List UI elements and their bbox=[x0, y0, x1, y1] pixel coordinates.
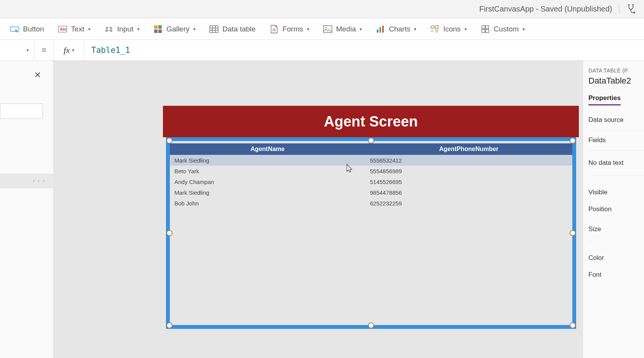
svg-rect-9 bbox=[158, 25, 162, 29]
tree-item-selected[interactable]: · · · bbox=[0, 174, 54, 188]
cell-agentname: Mark Siedling bbox=[173, 189, 368, 196]
insert-datatable[interactable]: Data table bbox=[202, 21, 263, 37]
app-title: FirstCanvasApp - Saved (Unpublished) bbox=[479, 5, 619, 13]
chevron-down-icon: ▾ bbox=[522, 26, 525, 32]
insert-forms[interactable]: Forms ▾ bbox=[263, 21, 316, 37]
left-search-input[interactable] bbox=[0, 103, 43, 119]
resize-handle-tr[interactable] bbox=[570, 138, 576, 144]
ribbon-label: Text bbox=[71, 25, 84, 33]
tab-properties[interactable]: Properties bbox=[588, 94, 621, 105]
chevron-down-icon: ▾ bbox=[414, 26, 416, 32]
prop-color[interactable]: Color bbox=[588, 250, 644, 266]
media-icon bbox=[323, 25, 332, 34]
prop-no-data-text[interactable]: No data text bbox=[588, 151, 644, 176]
insert-text[interactable]: Abc Text ▾ bbox=[51, 21, 97, 37]
charts-icon bbox=[376, 25, 385, 34]
insert-ribbon: Button Abc Text ▾ Input ▾ Gallery ▾ Data… bbox=[0, 18, 644, 40]
chevron-down-icon: ▾ bbox=[193, 26, 196, 32]
close-icon[interactable]: ✕ bbox=[34, 70, 41, 80]
prop-position[interactable]: Position bbox=[588, 201, 644, 218]
chevron-down-icon: ▾ bbox=[88, 26, 90, 32]
svg-point-0 bbox=[634, 12, 635, 13]
prop-size[interactable]: Size bbox=[588, 218, 644, 241]
prop-fields[interactable]: Fields bbox=[588, 130, 644, 151]
svg-text:+: + bbox=[431, 29, 433, 33]
gallery-icon bbox=[153, 25, 163, 34]
chevron-down-icon: ▾ bbox=[26, 48, 29, 53]
resize-handle-l[interactable] bbox=[166, 230, 172, 236]
resize-handle-r[interactable] bbox=[570, 230, 576, 236]
properties-panel: DATA TABLE (P DataTable2 Properties Data… bbox=[583, 61, 644, 358]
insert-gallery[interactable]: Gallery ▾ bbox=[146, 21, 202, 37]
column-header-agentphone[interactable]: AgentPhoneNumber bbox=[365, 146, 572, 153]
forms-icon bbox=[269, 25, 279, 34]
table-row[interactable]: Andy Champan5145526695 bbox=[170, 176, 572, 187]
svg-rect-1 bbox=[10, 27, 19, 31]
svg-point-7 bbox=[110, 30, 112, 31]
app-screen: Agent Screen bbox=[163, 106, 579, 137]
main-area: ✕ · · · Agent Screen AgentName AgentPhon… bbox=[0, 61, 644, 358]
ribbon-label: Custom bbox=[494, 25, 519, 33]
table-row[interactable]: Mark Siedling9854478856 bbox=[170, 187, 572, 198]
resize-handle-bl[interactable] bbox=[166, 322, 172, 328]
insert-media[interactable]: Media ▾ bbox=[316, 21, 369, 37]
cell-agentphone: 5145526695 bbox=[368, 179, 569, 185]
diagnostics-icon[interactable] bbox=[626, 3, 636, 15]
prop-visible[interactable]: Visible bbox=[588, 184, 644, 201]
svg-rect-13 bbox=[324, 26, 332, 33]
cell-agentphone: 5556532412 bbox=[368, 157, 569, 164]
svg-point-6 bbox=[106, 30, 107, 31]
svg-point-18 bbox=[431, 26, 434, 29]
ribbon-label: Forms bbox=[283, 25, 303, 33]
cell-agentname: Bob John bbox=[173, 200, 368, 207]
svg-point-5 bbox=[110, 27, 112, 29]
chevron-down-icon: ▾ bbox=[465, 26, 467, 32]
table-row[interactable]: Beto Yark5554856989 bbox=[170, 166, 572, 176]
cell-agentphone: 9854478856 bbox=[368, 189, 569, 196]
button-icon bbox=[10, 25, 19, 34]
svg-rect-10 bbox=[154, 30, 158, 33]
svg-point-14 bbox=[325, 27, 327, 29]
text-icon: Abc bbox=[58, 25, 67, 34]
insert-icons[interactable]: + Icons ▾ bbox=[423, 21, 473, 37]
prop-data-source[interactable]: Data source bbox=[588, 110, 644, 130]
insert-input[interactable]: Input ▾ bbox=[97, 21, 146, 37]
resize-handle-b[interactable] bbox=[368, 322, 374, 328]
table-row[interactable]: Mark Siedling5556532412 bbox=[170, 155, 572, 166]
data-table[interactable]: AgentName AgentPhoneNumber Mark Siedling… bbox=[170, 143, 572, 209]
svg-rect-15 bbox=[377, 30, 378, 33]
insert-charts[interactable]: Charts ▾ bbox=[369, 21, 423, 37]
left-panel: ✕ · · · bbox=[0, 61, 54, 358]
canvas[interactable]: Agent Screen AgentName AgentPhoneNumber … bbox=[54, 61, 583, 358]
svg-text:Abc: Abc bbox=[60, 27, 67, 31]
ribbon-label: Gallery bbox=[166, 25, 189, 33]
property-selector[interactable]: ▾ bbox=[0, 40, 34, 60]
fx-button[interactable]: fx ▾ bbox=[54, 40, 84, 60]
ribbon-label: Icons bbox=[443, 25, 460, 33]
insert-custom[interactable]: Custom ▾ bbox=[474, 21, 532, 37]
ribbon-label: Input bbox=[117, 25, 133, 33]
cell-agentphone: 5554856989 bbox=[368, 168, 569, 174]
input-icon bbox=[104, 25, 113, 34]
chevron-down-icon: ▾ bbox=[307, 26, 309, 32]
insert-button[interactable]: Button bbox=[3, 21, 51, 37]
screen-title: Agent Screen bbox=[163, 106, 579, 137]
resize-handle-t[interactable] bbox=[368, 138, 374, 144]
svg-rect-11 bbox=[158, 30, 162, 33]
svg-rect-8 bbox=[154, 25, 158, 29]
svg-rect-21 bbox=[482, 26, 485, 29]
datatable-icon bbox=[209, 25, 219, 34]
resize-handle-br[interactable] bbox=[570, 322, 576, 328]
cell-agentname: Mark Siedling bbox=[173, 157, 368, 164]
ellipsis-icon[interactable]: · · · bbox=[33, 177, 45, 184]
svg-rect-24 bbox=[486, 30, 489, 33]
control-type-label: DATA TABLE (P bbox=[588, 67, 644, 74]
control-name[interactable]: DataTable2 bbox=[588, 76, 644, 86]
fx-label: fx bbox=[64, 45, 70, 55]
svg-rect-17 bbox=[382, 26, 384, 33]
table-row[interactable]: Bob John6252232259 bbox=[170, 198, 572, 209]
prop-font[interactable]: Font bbox=[588, 266, 644, 283]
formula-input[interactable] bbox=[84, 40, 644, 60]
column-header-agentname[interactable]: AgentName bbox=[170, 146, 365, 153]
resize-handle-tl[interactable] bbox=[166, 138, 172, 144]
